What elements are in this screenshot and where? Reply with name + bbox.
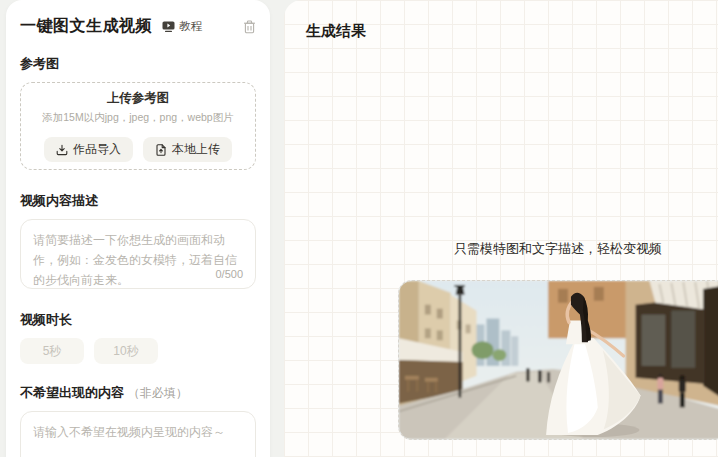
negative-label-suffix: （非必填） [128, 386, 188, 400]
empty-state-caption: 只需模特图和文字描述，轻松变视频 [398, 240, 718, 258]
duration-option-10s[interactable]: 10秒 [94, 338, 158, 364]
import-icon [56, 144, 68, 156]
page-title: 一键图文生成视频 [20, 16, 152, 37]
upload-buttons: 作品导入 本地上传 [44, 137, 232, 162]
duration-options: 5秒 10秒 [20, 338, 256, 364]
upload-hint: 添加15M以内jpg，jpeg，png，webp图片 [42, 111, 233, 125]
street-scene-illustration [399, 281, 718, 439]
duration-option-5s[interactable]: 5秒 [20, 338, 84, 364]
duration-label: 视频时长 [20, 311, 256, 329]
tutorial-label: 教程 [179, 19, 202, 34]
result-panel: 生成结果 只需模特图和文字描述，轻松变视频 [284, 0, 718, 457]
local-upload-icon [155, 144, 167, 156]
reference-upload-dropzone[interactable]: 上传参考图 添加15M以内jpg，jpeg，png，webp图片 作品导入 [20, 82, 256, 170]
description-label: 视频内容描述 [20, 192, 256, 210]
clear-button[interactable] [243, 20, 256, 34]
empty-state: 只需模特图和文字描述，轻松变视频 [398, 240, 718, 440]
upload-title: 上传参考图 [107, 90, 170, 107]
trash-icon [243, 20, 256, 34]
import-works-label: 作品导入 [73, 141, 121, 158]
negative-label: 不希望出现的内容 （非必填） [20, 384, 256, 402]
negative-label-text: 不希望出现的内容 [20, 385, 124, 400]
import-works-button[interactable]: 作品导入 [44, 137, 133, 162]
negative-input[interactable] [21, 412, 255, 457]
local-upload-label: 本地上传 [172, 141, 220, 158]
tutorial-video-icon [162, 21, 175, 32]
local-upload-button[interactable]: 本地上传 [143, 137, 232, 162]
example-model-image [398, 280, 718, 440]
description-field-container: 0/500 [20, 219, 256, 289]
tutorial-link[interactable]: 教程 [162, 19, 202, 34]
panel-header: 一键图文生成视频 教程 [20, 16, 256, 37]
generator-panel: 一键图文生成视频 教程 参考图 上 [6, 0, 270, 457]
negative-field-container: 0/500 [20, 411, 256, 457]
result-title: 生成结果 [284, 0, 718, 41]
description-char-counter: 0/500 [215, 268, 243, 280]
reference-label: 参考图 [20, 55, 256, 73]
